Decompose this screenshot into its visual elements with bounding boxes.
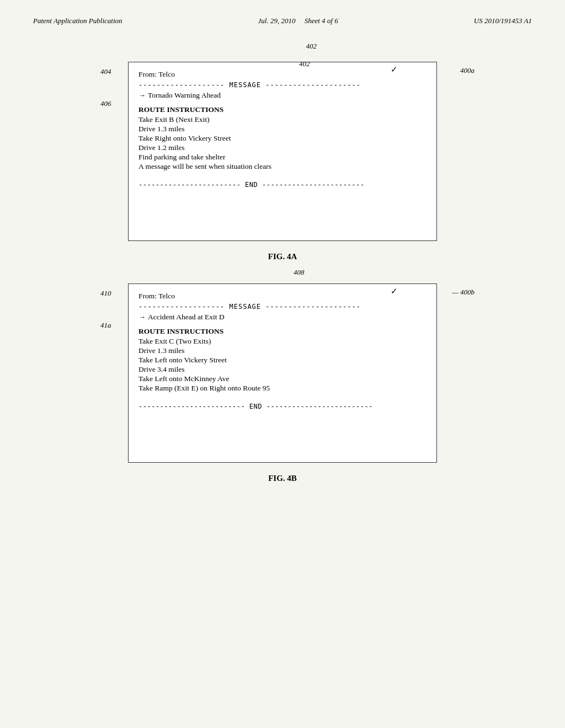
page: Patent Application Publication Jul. 29, … (0, 0, 565, 728)
checkmark-4b: ✓ (391, 286, 398, 296)
fig4a-route-line-2: Drive 1.3 miles (138, 125, 427, 133)
fig4b-alert: → Accident Ahead at Exit D (138, 313, 427, 322)
fig4a-from-line: From: Telco (138, 70, 427, 79)
fig4a-section: 402 400a 404 406 ✓ From: Telco ---------… (33, 42, 532, 261)
header-date-sheet: Jul. 29, 2010 Sheet 4 of 6 (258, 17, 338, 25)
fig4b-route-line-4: Drive 3.4 miles (138, 365, 427, 374)
header-sheet: Sheet 4 of 6 (305, 17, 338, 25)
label-400b: — 400b (452, 288, 475, 297)
fig4a-message-box: ✓ From: Telco ------------------- MESSAG… (128, 62, 437, 241)
checkmark-4a: ✓ (391, 65, 398, 74)
header-patent-number: US 2010/191453 A1 (474, 17, 532, 25)
fig4a-message-divider: ------------------- MESSAGE ------------… (138, 81, 427, 89)
fig4a-caption: FIG. 4A (268, 252, 297, 261)
page-header: Patent Application Publication Jul. 29, … (33, 17, 532, 25)
arrow-icon-4b: → (138, 313, 146, 322)
fig4a-alert-text: Tornado Warning Ahead (148, 91, 221, 100)
fig4a-wrapper: 402 400a 404 406 ✓ From: Telco ---------… (95, 42, 470, 241)
fig4b-route-line-2: Drive 1.3 miles (138, 346, 427, 355)
label-41a: 41a (100, 321, 111, 330)
fig4b-route-line-5: Take Left onto McKinney Ave (138, 374, 427, 383)
fig4a-route-title: ROUTE INSTRUCTIONS (138, 105, 427, 114)
header-date: Jul. 29, 2010 (258, 17, 296, 25)
label-400a: 400a (460, 66, 475, 75)
fig4b-alert-text: Accident Ahead at Exit D (148, 313, 225, 322)
fig4a-alert: → Tornado Warning Ahead (138, 91, 427, 100)
header-publication: Patent Application Publication (33, 17, 122, 25)
fig4b-section: — 400b 410 41a ✓ From: Telco -----------… (33, 283, 532, 483)
fig4b-end-divider: ------------------------- END ----------… (138, 403, 427, 410)
fig4b-message-box: ✓ From: Telco ------------------- MESSAG… (128, 283, 437, 463)
label-410: 410 (100, 289, 111, 298)
fig4a-route-line-4: Drive 1.2 miles (138, 143, 427, 152)
label-404: 404 (100, 67, 111, 76)
label-406: 406 (100, 99, 111, 108)
fig4b-route-line-1: Take Exit C (Two Exits) (138, 337, 427, 346)
fig4b-wrapper: — 400b 410 41a ✓ From: Telco -----------… (95, 283, 470, 463)
fig4a-end-divider: ------------------------ END -----------… (138, 181, 427, 189)
fig4b-route-line-3: Take Left onto Vickery Street (138, 356, 427, 365)
fig4a-route-line-6: A message will be sent when situation cl… (138, 162, 427, 171)
fig4b-route-title: ROUTE INSTRUCTIONS (138, 327, 427, 336)
fig4a-route-section: ROUTE INSTRUCTIONS Take Exit B (Next Exi… (138, 105, 427, 171)
fig4b-route-line-6: Take Ramp (Exit E) on Right onto Route 9… (138, 384, 427, 393)
fig4a-route-line-3: Take Right onto Vickery Street (138, 134, 427, 143)
fig4b-from-line: From: Telco (138, 292, 427, 301)
fig4b-route-section: ROUTE INSTRUCTIONS Take Exit C (Two Exit… (138, 327, 427, 393)
fig4a-route-line-1: Take Exit B (Next Exit) (138, 115, 427, 124)
label-402-display: 402 (299, 60, 310, 68)
fig4a-route-line-5: Find parking and take shelter (138, 153, 427, 162)
arrow-icon-4a: → (138, 91, 146, 100)
fig4b-caption: FIG. 4B (268, 474, 297, 483)
label-408-display: 408 (294, 268, 305, 277)
label-402: 402 (306, 42, 317, 51)
fig4b-message-divider: ------------------- MESSAGE ------------… (138, 303, 427, 311)
